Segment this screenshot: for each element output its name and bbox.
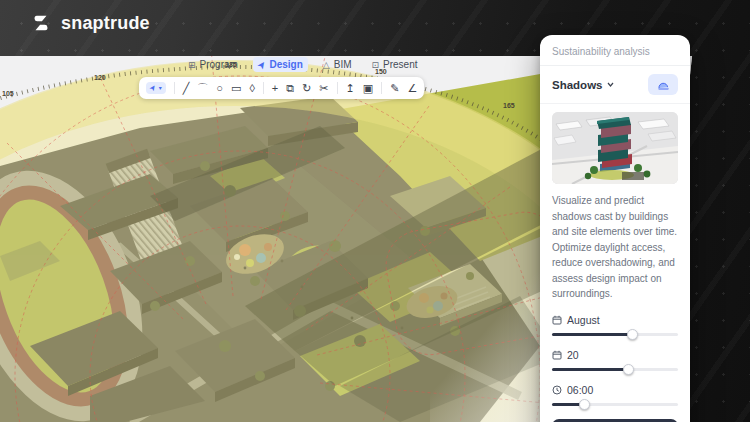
tab-program[interactable]: ⊞ Program	[183, 57, 243, 72]
pencil-icon: ✎	[390, 83, 399, 94]
analysis-sliders: August 20	[552, 314, 678, 406]
slider-thumb[interactable]	[623, 364, 634, 375]
tab-label: BIM	[334, 59, 352, 70]
svg-text:120: 120	[94, 74, 106, 81]
erase-tool[interactable]: ◊	[249, 83, 254, 94]
move-icon: +	[272, 83, 278, 94]
tab-design[interactable]: ➤ Design	[253, 57, 308, 72]
erase-icon: ◊	[249, 83, 254, 94]
slider-thumb[interactable]	[627, 329, 638, 340]
move-tool[interactable]: +	[272, 83, 278, 94]
import-tool[interactable]: ↥	[346, 83, 355, 94]
brand: snaptrude	[30, 12, 150, 34]
calendar-icon	[552, 350, 562, 360]
bim-icon: △	[323, 60, 330, 70]
panel-title: Sustainability analysis	[540, 35, 690, 66]
trim-tool[interactable]: ✂	[319, 83, 328, 94]
rectangle-tool[interactable]: ▭	[231, 83, 241, 94]
svg-text:105: 105	[2, 90, 14, 97]
line-tool[interactable]: ╱	[183, 83, 190, 94]
month-slider[interactable]	[552, 333, 678, 336]
rotate-tool[interactable]: ↻	[302, 83, 311, 94]
month-value: August	[567, 314, 600, 326]
slider-thumb[interactable]	[579, 399, 590, 410]
analysis-type-row: Shadows	[540, 66, 690, 104]
sustainability-panel: Sustainability analysis Shadows	[540, 35, 690, 422]
tab-present[interactable]: ⊡ Present	[367, 57, 423, 72]
cloud-icon	[656, 79, 671, 90]
circle-tool[interactable]: ○	[216, 83, 223, 94]
chevron-down-icon: ▾	[159, 85, 162, 91]
toolbar-divider	[263, 82, 264, 94]
date-slider[interactable]	[552, 368, 678, 371]
annotate-tool[interactable]: ✎	[390, 83, 399, 94]
import-icon: ↥	[346, 83, 355, 94]
drawing-toolbar: ➤ ▾ ╱ ⌒ ○ ▭ ◊ + ⧉ ↻ ✂ ↥ ▣ ✎ ∠	[139, 77, 424, 99]
select-tool[interactable]: ➤ ▾	[146, 82, 166, 94]
analysis-description: Visualize and predict shadows cast by bu…	[552, 193, 678, 302]
svg-text:165: 165	[503, 102, 515, 109]
tab-label: Present	[383, 59, 417, 70]
arc-tool[interactable]: ⌒	[197, 83, 208, 94]
tab-bim[interactable]: △ BIM	[318, 57, 357, 72]
weather-button[interactable]	[648, 74, 678, 95]
date-slider-group: 20	[552, 349, 678, 371]
shadow-analysis-preview-image	[552, 112, 678, 184]
arc-icon: ⌒	[197, 83, 208, 94]
date-value: 20	[567, 349, 579, 361]
brand-name: snaptrude	[61, 13, 150, 34]
mode-tabs: ⊞ Program ➤ Design △ BIM ⊡ Present	[183, 57, 423, 72]
toolbar-divider	[337, 82, 338, 94]
rectangle-icon: ▭	[231, 83, 241, 94]
tab-label: Program	[200, 59, 238, 70]
analysis-type-dropdown[interactable]: Shadows	[552, 79, 614, 91]
present-icon: ⊡	[372, 60, 380, 70]
cursor-icon: ➤	[148, 83, 158, 93]
program-icon: ⊞	[188, 60, 196, 70]
copy-icon: ⧉	[286, 83, 294, 94]
time-value: 06:00	[567, 384, 593, 396]
section-icon: ▣	[363, 83, 373, 94]
line-icon: ╱	[183, 83, 190, 94]
toolbar-divider	[174, 82, 175, 94]
month-slider-group: August	[552, 314, 678, 336]
calendar-icon	[552, 315, 562, 325]
rotate-icon: ↻	[302, 83, 311, 94]
run-analysis-button[interactable]: Run Analysis	[552, 419, 678, 422]
time-slider[interactable]	[552, 403, 678, 406]
chevron-down-icon	[607, 82, 614, 87]
clock-icon	[552, 385, 562, 395]
angle-tool[interactable]: ∠	[407, 83, 417, 94]
scissors-icon: ✂	[319, 83, 328, 94]
copy-tool[interactable]: ⧉	[286, 83, 294, 94]
angle-icon: ∠	[407, 83, 417, 94]
toolbar-divider	[381, 82, 382, 94]
design-cursor-icon: ➤	[255, 59, 268, 71]
time-slider-group: 06:00	[552, 384, 678, 406]
marketing-page: { "header": { "brand": "snaptrude" }, "t…	[0, 0, 750, 422]
circle-icon: ○	[216, 83, 223, 94]
section-tool[interactable]: ▣	[363, 83, 373, 94]
analysis-type-label: Shadows	[552, 79, 602, 91]
tab-label: Design	[269, 59, 302, 70]
snaptrude-logo-icon	[30, 12, 52, 34]
